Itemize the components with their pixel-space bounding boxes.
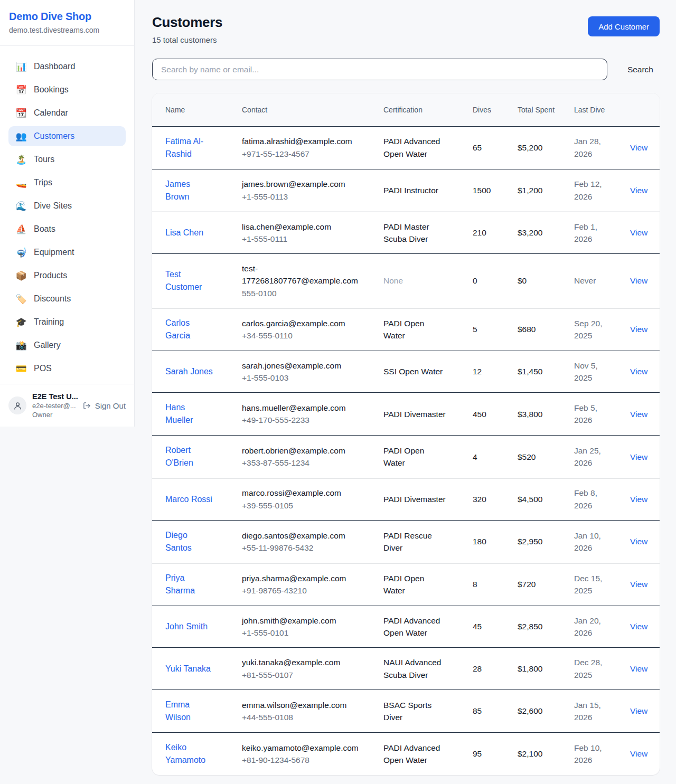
view-link[interactable]: View <box>630 410 647 419</box>
sidebar-item-equipment[interactable]: 🤿 Equipment <box>8 242 126 262</box>
customer-phone: +44-555-0108 <box>242 711 365 723</box>
customer-name-link[interactable]: Diego Santos <box>165 531 192 552</box>
sidebar-item-boats[interactable]: ⛵ Boats <box>8 219 126 239</box>
table-row: Marco Rossi marco.rossi@example.com +39-… <box>152 478 660 521</box>
brand-block: Demo Dive Shop demo.test.divestreams.com <box>0 0 134 46</box>
customer-email: keiko.yamamoto@example.com <box>242 742 365 754</box>
table-row: Diego Santos diego.santos@example.com +5… <box>152 520 660 563</box>
view-link[interactable]: View <box>630 749 647 758</box>
dives-count: 210 <box>460 212 505 254</box>
last-dive-date: Dec 15, 2025 <box>561 563 617 606</box>
last-dive-date: Jan 10, 2026 <box>561 520 617 563</box>
view-link[interactable]: View <box>630 186 647 195</box>
table-header-row: NameContactCertificationDivesTotal Spent… <box>152 93 660 126</box>
customer-name-link[interactable]: Priya Sharma <box>165 573 195 595</box>
view-link[interactable]: View <box>630 537 647 546</box>
total-spent: $0 <box>505 254 561 308</box>
customer-name-link[interactable]: Carlos Garcia <box>165 318 190 340</box>
app-title: Demo Dive Shop <box>9 11 126 23</box>
customer-phone: +1-555-0103 <box>242 372 365 384</box>
add-customer-button[interactable]: Add Customer <box>588 16 660 36</box>
sidebar-item-tours[interactable]: 🏝️ Tours <box>8 149 126 169</box>
last-dive-date: Jan 20, 2026 <box>561 606 617 648</box>
sidebar-item-pos[interactable]: 💳 POS <box>8 358 126 379</box>
customer-name-link[interactable]: Emma Wilson <box>165 700 191 722</box>
view-link[interactable]: View <box>630 495 647 504</box>
customer-name-link[interactable]: John Smith <box>165 622 208 631</box>
sidebar-item-gallery[interactable]: 📸 Gallery <box>8 335 126 355</box>
total-spent: $1,200 <box>505 169 561 212</box>
sidebar-item-customers[interactable]: 👥 Customers <box>8 126 126 146</box>
view-link[interactable]: View <box>630 325 647 334</box>
view-link[interactable]: View <box>630 452 647 461</box>
dives-count: 12 <box>460 351 505 393</box>
total-spent: $2,600 <box>505 689 561 732</box>
customer-name-link[interactable]: Marco Rossi <box>165 495 212 504</box>
sidebar-item-dashboard[interactable]: 📊 Dashboard <box>8 56 126 77</box>
customer-name-link[interactable]: James Brown <box>165 180 190 201</box>
sign-out-button[interactable]: Sign Out <box>82 401 126 410</box>
view-link[interactable]: View <box>630 228 647 237</box>
customer-email: emma.wilson@example.com <box>242 699 365 711</box>
certification-text: PADI Open Water <box>383 446 424 467</box>
last-dive-date: Feb 12, 2026 <box>561 169 617 212</box>
sidebar-item-trips[interactable]: 🚤 Trips <box>8 173 126 193</box>
last-dive-date: Feb 8, 2026 <box>561 478 617 521</box>
customer-phone: +81-90-1234-5678 <box>242 754 365 766</box>
customer-phone: 555-0100 <box>242 287 365 299</box>
certification-text: PADI Divemaster <box>383 495 446 504</box>
sidebar-item-dive-sites[interactable]: 🌊 Dive Sites <box>8 196 126 216</box>
user-footer: E2E Test U... e2e-tester@... Owner Sign … <box>0 384 134 427</box>
user-icon <box>13 401 22 410</box>
dives-count: 0 <box>460 254 505 308</box>
certification-text: PADI Divemaster <box>383 410 446 419</box>
sidebar-nav: 📊 Dashboard 📅 Bookings 📆 Calendar 👥 Cust… <box>0 46 134 384</box>
search-input[interactable] <box>152 59 607 80</box>
credit-card-icon: 💳 <box>15 364 27 373</box>
dives-count: 85 <box>460 689 505 732</box>
search-button[interactable]: Search <box>621 61 660 79</box>
certification-text: PADI Master Scuba Diver <box>383 222 429 243</box>
certification-text: PADI Instructor <box>383 186 438 195</box>
package-icon: 📦 <box>15 271 27 280</box>
total-spent: $720 <box>505 563 561 606</box>
customer-phone: +49-170-555-2233 <box>242 414 365 426</box>
certification-text: SSI Open Water <box>383 367 443 376</box>
view-link[interactable]: View <box>630 143 647 152</box>
total-spent: $3,200 <box>505 212 561 254</box>
dives-count: 180 <box>460 520 505 563</box>
view-link[interactable]: View <box>630 706 647 715</box>
view-link[interactable]: View <box>630 622 647 631</box>
sidebar-item-products[interactable]: 📦 Products <box>8 266 126 286</box>
last-dive-date: Jan 25, 2026 <box>561 436 617 478</box>
view-link[interactable]: View <box>630 580 647 589</box>
sidebar-item-calendar[interactable]: 📆 Calendar <box>8 103 126 123</box>
customer-name-link[interactable]: Sarah Jones <box>165 367 213 376</box>
customer-name-link[interactable]: Fatima Al-Rashid <box>165 137 203 158</box>
column-header-total-spent: Total Spent <box>505 93 561 126</box>
column-header-actions <box>617 93 660 126</box>
customer-phone: +39-555-0105 <box>242 499 365 512</box>
sign-out-label: Sign Out <box>95 401 126 410</box>
sidebar-item-training[interactable]: 🎓 Training <box>8 312 126 332</box>
sidebar-item-discounts[interactable]: 🏷️ Discounts <box>8 289 126 309</box>
table-row: Test Customer test-1772681807767@example… <box>152 254 660 308</box>
customer-name-link[interactable]: Keiko Yamamoto <box>165 743 205 764</box>
customer-name-link[interactable]: Lisa Chen <box>165 228 203 237</box>
people-icon: 👥 <box>15 132 27 141</box>
graduation-cap-icon: 🎓 <box>15 318 27 327</box>
sidebar: Demo Dive Shop demo.test.divestreams.com… <box>0 0 135 427</box>
view-link[interactable]: View <box>630 367 647 376</box>
customer-name-link[interactable]: Hans Mueller <box>165 403 193 424</box>
customer-name-link[interactable]: Yuki Tanaka <box>165 664 211 673</box>
total-spent: $680 <box>505 308 561 351</box>
customer-phone: +1-555-0113 <box>242 191 365 203</box>
certification-text: PADI Open Water <box>383 319 424 340</box>
shop-domain: demo.test.divestreams.com <box>9 26 126 34</box>
view-link[interactable]: View <box>630 664 647 673</box>
customers-table-card: NameContactCertificationDivesTotal Spent… <box>152 93 660 775</box>
customer-name-link[interactable]: Test Customer <box>165 270 202 291</box>
view-link[interactable]: View <box>630 276 647 285</box>
customer-name-link[interactable]: Robert O'Brien <box>165 446 193 467</box>
sidebar-item-bookings[interactable]: 📅 Bookings <box>8 80 126 100</box>
